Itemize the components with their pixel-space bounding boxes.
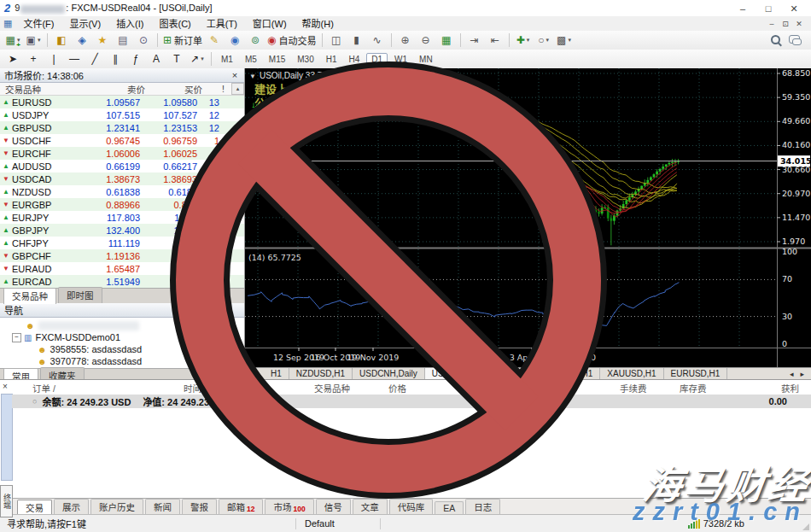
- new-order-button[interactable]: ⊞新订单: [162, 32, 203, 49]
- scroll-up-icon[interactable]: ▴: [231, 83, 244, 95]
- terminal-column-header[interactable]: 手续费: [620, 382, 647, 395]
- chart-tab-usd-daily[interactable]: USD,Daily: [483, 368, 537, 379]
- timeframe-m15[interactable]: M15: [264, 53, 290, 66]
- terminal-column-header[interactable]: 订单 /: [32, 382, 55, 395]
- child-close-button[interactable]: ✕: [792, 20, 806, 28]
- close-button[interactable]: ✕: [781, 1, 807, 16]
- terminal-column-header[interactable]: 交易品种: [314, 382, 350, 395]
- terminal-column-header[interactable]: 时间: [184, 382, 201, 395]
- tab-journal[interactable]: 日志: [465, 499, 500, 515]
- tab-mailbox[interactable]: 邮箱12: [219, 499, 263, 515]
- tab-codebase[interactable]: 代码库: [389, 499, 434, 515]
- quote-row[interactable]: ▲EURJPY117.803117.8: [0, 211, 244, 224]
- chart-tabs-scroll-left-icon[interactable]: ◂: [790, 370, 794, 378]
- timeframe-w1[interactable]: W1: [389, 53, 412, 66]
- chart-tab-nzdusd-h1[interactable]: NZDUSD,H1: [289, 368, 353, 379]
- candlestick-mode-button[interactable]: ▮: [347, 32, 366, 49]
- expander-icon[interactable]: −: [12, 333, 21, 342]
- quote-row[interactable]: ▼EURGBP0.889660.889: [0, 198, 244, 211]
- tab-tick-chart[interactable]: 即时图: [58, 287, 102, 303]
- nav-account-blurred[interactable]: ☻: [0, 319, 244, 331]
- market-watch-close-icon[interactable]: ×: [230, 70, 240, 80]
- fibonacci-tool[interactable]: ƒ: [126, 50, 145, 67]
- chart-panel[interactable]: 68.85059.35049.66040.16030.66020.97011.4…: [245, 68, 811, 367]
- chart-shift-button[interactable]: ⇤: [486, 32, 505, 49]
- vertical-line-tool[interactable]: |: [44, 50, 63, 67]
- chart-canvas[interactable]: 68.85059.35049.66040.16030.66020.97011.4…: [245, 68, 811, 367]
- profiles-button[interactable]: ▣▾: [24, 32, 43, 49]
- metaeditor-button[interactable]: ✎: [205, 32, 224, 49]
- chart-tab-h1[interactable]: H1: [264, 368, 289, 379]
- chart-tabs-scroll-right-icon[interactable]: ▸: [800, 370, 804, 378]
- terminal-vertical-tab[interactable]: 终端: [0, 485, 13, 517]
- tab-account-history[interactable]: 账户历史: [90, 499, 143, 515]
- tab-ea[interactable]: EA: [435, 501, 464, 515]
- quote-row[interactable]: ▲EURUSD1.095671.0958013: [0, 96, 244, 108]
- terminal-toggle-button[interactable]: ▤: [114, 32, 132, 49]
- equidistant-channel-tool[interactable]: ∥: [106, 50, 125, 67]
- data-window-button[interactable]: ◈: [73, 32, 91, 49]
- maximize-button[interactable]: □: [756, 1, 781, 16]
- quote-row[interactable]: ▲USDJPY107.515107.52712: [0, 108, 244, 121]
- collapse-icon[interactable]: ▼: [249, 73, 256, 80]
- text-label-tool[interactable]: T: [167, 50, 186, 67]
- tab-news[interactable]: 新闻: [145, 499, 180, 515]
- timeframe-d1[interactable]: D1: [366, 53, 388, 66]
- chart-tab-usdcnh-daily[interactable]: USDCNH,Daily: [353, 368, 425, 379]
- tab-alerts[interactable]: 警报: [182, 499, 217, 515]
- timeframe-h1[interactable]: H1: [321, 53, 342, 66]
- tab-exposure[interactable]: 展示: [54, 499, 89, 515]
- timeframe-m5[interactable]: M5: [240, 53, 262, 66]
- tab-market[interactable]: 市场100: [265, 499, 313, 515]
- menu-tools[interactable]: 工具(T): [199, 17, 245, 31]
- menu-file[interactable]: 文件(F): [15, 17, 61, 31]
- tab-symbols[interactable]: 交易品种: [3, 288, 56, 304]
- arrows-tool-tool[interactable]: ↗▾: [188, 50, 207, 67]
- quote-row[interactable]: ▼USDCHF0.967450.967591: [0, 134, 244, 147]
- nav-server[interactable]: −▥FXCM-USDDemo01: [0, 331, 244, 343]
- periods-button[interactable]: ○▾: [534, 32, 553, 49]
- terminal-column-header[interactable]: 库存费: [680, 382, 707, 395]
- tab-signals[interactable]: 信号: [316, 499, 351, 515]
- resize-grip[interactable]: [802, 523, 809, 530]
- timeframe-m1[interactable]: M1: [216, 53, 238, 66]
- templates-button[interactable]: ▩▾: [555, 32, 574, 49]
- nav-account-1[interactable]: ☻3958555: asdassdasd: [0, 343, 244, 355]
- market-watch-button[interactable]: ◧: [52, 32, 71, 49]
- quote-row[interactable]: ▲NZDUSD0.618380.6185: [0, 185, 244, 198]
- text-tool[interactable]: A: [147, 50, 166, 67]
- menu-charts[interactable]: 图表(C): [152, 17, 199, 31]
- menu-window[interactable]: 窗口(W): [245, 17, 295, 31]
- navigator-button[interactable]: ★: [93, 32, 112, 49]
- nav-account-2[interactable]: ☻3970778: asdassdasd: [0, 355, 244, 367]
- child-restore-button[interactable]: ⊡: [779, 20, 792, 28]
- chart-tab-xauusd-h1[interactable]: XAUUSD,H1: [537, 368, 600, 379]
- tile-windows-button[interactable]: ▦: [437, 32, 456, 49]
- cursor-tool[interactable]: ➤: [3, 50, 22, 67]
- auto-scroll-button[interactable]: ⇥: [465, 32, 484, 49]
- timeframe-mn[interactable]: MN: [414, 53, 438, 66]
- quote-row[interactable]: ▲EURCAD1.519491.51: [0, 275, 244, 288]
- quote-row[interactable]: ▼USDCAD1.386731.38693: [0, 172, 244, 185]
- tab-articles[interactable]: 文章: [353, 499, 388, 515]
- terminal-column-header[interactable]: 获利: [781, 382, 799, 395]
- line-chart-mode-button[interactable]: ∿: [368, 32, 387, 49]
- timeframe-m30[interactable]: M30: [292, 53, 318, 66]
- status-profile[interactable]: Default: [296, 518, 380, 529]
- search-icon[interactable]: [771, 35, 780, 46]
- zoom-out-button[interactable]: ⊖: [417, 32, 435, 49]
- autotrading-button[interactable]: ◉自动交易: [266, 32, 317, 49]
- quote-row[interactable]: ▼GBPCHF1.191361.19: [0, 249, 244, 262]
- quote-row[interactable]: ▼EURAUD1.654871.65: [0, 262, 244, 275]
- crosshair-tool[interactable]: +: [24, 50, 43, 67]
- strategy-tester-button[interactable]: ⊙: [134, 32, 153, 49]
- quote-row[interactable]: ▲CHFJPY111.119111.1: [0, 237, 244, 249]
- trendline-tool[interactable]: ╱: [85, 50, 104, 67]
- chart-tab-xauusd-h1[interactable]: XAUUSD,H1: [600, 368, 663, 379]
- chat-icon[interactable]: [789, 35, 800, 45]
- child-minimize-button[interactable]: –: [765, 20, 779, 28]
- quote-row[interactable]: ▲GBPUSD1.231411.2315312: [0, 121, 244, 134]
- chart-tab-eurusd-h1[interactable]: EURUSD,H1: [664, 368, 728, 379]
- menu-view[interactable]: 显示(V): [61, 17, 108, 31]
- terminal-column-header[interactable]: 价格: [388, 382, 406, 395]
